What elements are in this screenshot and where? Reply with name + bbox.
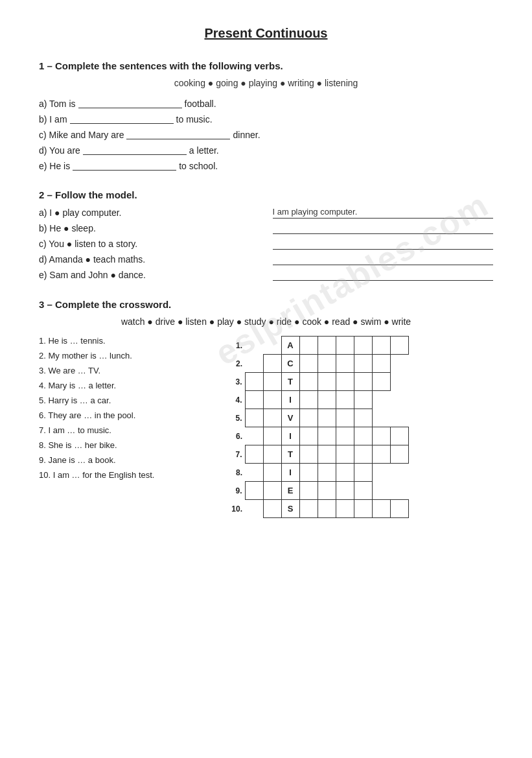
cell-r9-c3[interactable]: [299, 482, 318, 500]
cell-r4-c3[interactable]: [299, 391, 318, 409]
model-right-c[interactable]: [273, 238, 494, 250]
cell-r10-c8[interactable]: [390, 500, 408, 518]
cell-r4-c7[interactable]: [372, 391, 390, 409]
cell-r6-c3[interactable]: [299, 427, 318, 445]
cell-r7-c5[interactable]: [336, 445, 354, 464]
cell-r8-c5[interactable]: [336, 464, 354, 482]
cell-r3-c3[interactable]: [299, 373, 318, 391]
cell-r9-c1[interactable]: [263, 482, 281, 500]
cell-r7-c1[interactable]: [263, 445, 281, 464]
cell-r8-c3[interactable]: [299, 464, 318, 482]
cell-r5-c1[interactable]: [263, 409, 281, 427]
cell-r5-c3[interactable]: [299, 409, 318, 427]
cell-r4-c4[interactable]: [318, 391, 336, 409]
cell-r3-c1[interactable]: [263, 373, 281, 391]
cell-r9-c7[interactable]: [372, 482, 390, 500]
cell-r5-c5[interactable]: [336, 409, 354, 427]
cell-r10-c6[interactable]: [354, 500, 372, 518]
cell-r8-c1[interactable]: [263, 464, 281, 482]
cell-r9-c0[interactable]: [245, 482, 263, 500]
cell-r3-c7[interactable]: [372, 373, 390, 391]
cell-r9-c5[interactable]: [336, 482, 354, 500]
cell-r6-c1[interactable]: [263, 427, 281, 445]
cell-r1-c5[interactable]: [336, 337, 354, 355]
cell-r1-c0[interactable]: [245, 337, 263, 355]
cell-r1-c4[interactable]: [318, 337, 336, 355]
cell-r2-c4[interactable]: [318, 355, 336, 373]
cell-r4-c5[interactable]: [336, 391, 354, 409]
cell-r4-c0[interactable]: [245, 391, 263, 409]
cell-r1-c6[interactable]: [354, 337, 372, 355]
cell-r8-c7[interactable]: [372, 464, 390, 482]
cell-r10-c4[interactable]: [318, 500, 336, 518]
model-right-a[interactable]: I am playing computer.: [273, 207, 494, 219]
cell-r7-c4[interactable]: [318, 445, 336, 464]
cell-r2-c5[interactable]: [336, 355, 354, 373]
cell-r2-c8[interactable]: [390, 355, 408, 373]
cell-r8-c8[interactable]: [390, 464, 408, 482]
cell-r6-c4[interactable]: [318, 427, 336, 445]
cell-r8-c4[interactable]: [318, 464, 336, 482]
model-right-e[interactable]: [273, 269, 494, 281]
cell-r10-c5[interactable]: [336, 500, 354, 518]
cell-r7-c6[interactable]: [354, 445, 372, 464]
cell-r6-c2[interactable]: I: [281, 427, 299, 445]
cell-r3-c8[interactable]: [390, 373, 408, 391]
cell-r4-c6[interactable]: [354, 391, 372, 409]
cell-r5-c0[interactable]: [245, 409, 263, 427]
cell-r7-c3[interactable]: [299, 445, 318, 464]
model-right-d[interactable]: [273, 254, 494, 265]
blank-d[interactable]: [83, 146, 187, 155]
cell-r6-c0[interactable]: [245, 427, 263, 445]
cell-r1-c8[interactable]: [390, 337, 408, 355]
cell-r7-c0[interactable]: [245, 445, 263, 464]
cell-r9-c8[interactable]: [390, 482, 408, 500]
cell-r5-c7[interactable]: [372, 409, 390, 427]
cell-r6-c6[interactable]: [354, 427, 372, 445]
cell-r6-c8[interactable]: [390, 427, 408, 445]
blank-b[interactable]: [70, 115, 174, 124]
cell-r10-c2[interactable]: S: [281, 500, 299, 518]
cell-r3-c4[interactable]: [318, 373, 336, 391]
cell-r5-c4[interactable]: [318, 409, 336, 427]
cell-r4-c2[interactable]: I: [281, 391, 299, 409]
cell-r3-c2[interactable]: T: [281, 373, 299, 391]
cell-r1-c1[interactable]: [263, 337, 281, 355]
cell-r8-c6[interactable]: [354, 464, 372, 482]
cell-r8-c0[interactable]: [245, 464, 263, 482]
cell-r5-c6[interactable]: [354, 409, 372, 427]
cell-r2-c7[interactable]: [372, 355, 390, 373]
cell-r7-c8[interactable]: [390, 445, 408, 464]
cell-r9-c4[interactable]: [318, 482, 336, 500]
cell-r6-c7[interactable]: [372, 427, 390, 445]
cell-r5-c2[interactable]: V: [281, 409, 299, 427]
cell-r4-c8[interactable]: [390, 391, 408, 409]
cell-r2-c0[interactable]: [245, 355, 263, 373]
blank-e[interactable]: [73, 161, 176, 171]
cell-r4-c1[interactable]: [263, 391, 281, 409]
model-right-b[interactable]: [273, 222, 494, 234]
cell-r3-c6[interactable]: [354, 373, 372, 391]
cell-r3-c0[interactable]: [245, 373, 263, 391]
cell-r1-c7[interactable]: [372, 337, 390, 355]
cell-r5-c8[interactable]: [390, 409, 408, 427]
cell-r10-c3[interactable]: [299, 500, 318, 518]
cell-r2-c3[interactable]: [299, 355, 318, 373]
cell-r2-c1[interactable]: [263, 355, 281, 373]
cell-r10-c7[interactable]: [372, 500, 390, 518]
cell-r2-c2[interactable]: C: [281, 355, 299, 373]
cell-r1-c3[interactable]: [299, 337, 318, 355]
cell-r9-c2[interactable]: E: [281, 482, 299, 500]
cell-r3-c5[interactable]: [336, 373, 354, 391]
cell-r7-c7[interactable]: [372, 445, 390, 464]
cell-r1-c2[interactable]: A: [281, 337, 299, 355]
cell-r8-c2[interactable]: I: [281, 464, 299, 482]
cell-r2-c6[interactable]: [354, 355, 372, 373]
cell-r7-c2[interactable]: T: [281, 445, 299, 464]
cell-r6-c5[interactable]: [336, 427, 354, 445]
blank-a[interactable]: [78, 99, 182, 108]
cell-r10-c0[interactable]: [245, 500, 263, 518]
blank-c[interactable]: [126, 130, 230, 139]
cell-r9-c6[interactable]: [354, 482, 372, 500]
cell-r10-c1[interactable]: [263, 500, 281, 518]
